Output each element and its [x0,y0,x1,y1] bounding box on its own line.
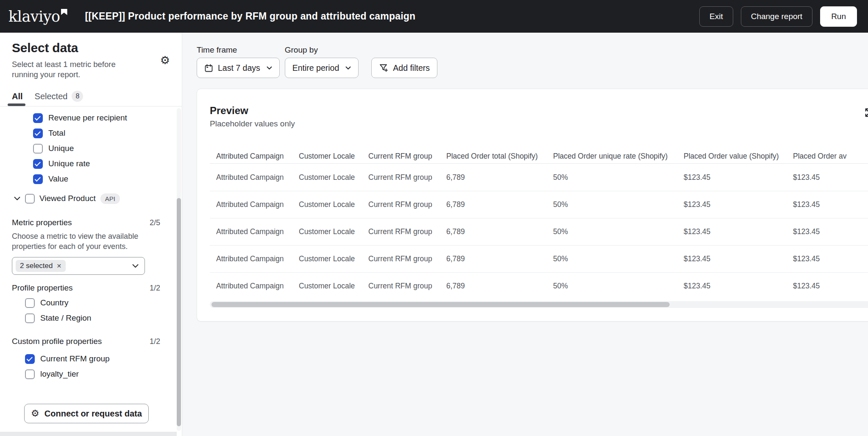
run-button[interactable]: Run [820,6,857,27]
custom-profile-properties-count: 1/2 [150,337,160,346]
table-cell: Customer Locale [299,227,368,236]
table-cell: Current RFM group [368,173,446,182]
checkbox-label: Value [48,174,68,184]
table-cell: Attributed Campaign [216,254,299,263]
checkbox-label: loyalty_tier [40,369,79,379]
checkbox-item-state-region[interactable]: State / Region [12,310,182,326]
table-cell: 50% [553,227,684,236]
group-by-dropdown[interactable]: Entire period [285,58,359,78]
connect-button-label: Connect or request data [45,409,142,419]
table-scrollbar-track[interactable] [210,301,868,308]
table-row: Attributed CampaignCustomer LocaleCurren… [210,164,868,191]
report-controls: Time frame Last 7 days Group by Entire p… [197,45,868,78]
table-cell: Attributed Campaign [216,282,299,291]
sidebar-scrollbar-thumb[interactable] [177,198,181,426]
calendar-icon [204,64,213,73]
table-cell: 6,789 [446,282,553,291]
table-cell: Current RFM group [368,227,446,236]
group-by-label: Group by [285,45,359,56]
custom-profile-properties-label: Custom profile properties [12,337,102,346]
table-scrollbar-thumb[interactable] [211,302,670,307]
checkbox[interactable] [25,313,35,323]
table-row: Attributed CampaignCustomer LocaleCurren… [210,272,868,299]
sidebar-title: Select data [12,39,78,56]
checkbox-item-total[interactable]: Total [12,126,182,141]
checkbox[interactable] [25,298,35,308]
table-cell: Current RFM group [368,254,446,263]
viewed-product-label: Viewed Product [39,194,96,203]
sidebar-scrollbar-track[interactable] [177,108,181,431]
checkbox[interactable] [33,113,43,123]
report-content: Time frame Last 7 days Group by Entire p… [182,33,868,436]
checkbox[interactable] [33,174,43,184]
viewed-product-row[interactable]: Viewed Product API [12,190,182,207]
checkbox[interactable] [25,354,35,364]
checkbox[interactable] [33,144,43,154]
time-frame-value: Last 7 days [218,63,260,73]
table-cell: 50% [553,282,684,291]
column-header: Current RFM group [368,152,446,161]
sidebar-tabs: All Selected 8 [12,87,182,106]
column-header: Placed Order av [793,152,868,161]
checkbox[interactable] [33,159,43,169]
table-row: Attributed CampaignCustomer LocaleCurren… [210,218,868,245]
tab-selected-label: Selected [35,92,68,101]
checkbox-label: Unique rate [48,159,90,168]
table-cell: $123.45 [684,282,793,291]
table-cell: $123.45 [793,254,868,263]
selected-chip[interactable]: 2 selected ✕ [16,260,66,272]
table-cell: $123.45 [684,254,793,263]
preview-subtitle: Placeholder values only [210,119,295,129]
gear-icon: ⚙ [31,409,39,418]
exit-button[interactable]: Exit [699,6,733,27]
checkbox-item-revenue-per-recipient[interactable]: Revenue per recipient [12,110,182,126]
preview-title: Preview [210,104,295,117]
checkbox[interactable] [25,369,35,379]
custom-profile-properties-list: Current RFM grouployalty_tier [12,351,182,382]
checkbox-item-loyalty-tier[interactable]: loyalty_tier [12,366,182,382]
gear-icon[interactable]: ⚙ [160,55,170,66]
checkbox-item-unique[interactable]: Unique [12,141,182,156]
table-cell: $123.45 [793,227,868,236]
klaviyo-logo[interactable]: klaviyo [8,7,67,26]
metric-properties-count: 2/5 [150,218,160,227]
metric-properties-dropdown[interactable]: 2 selected ✕ [12,257,145,275]
chevron-down-icon[interactable] [14,196,20,201]
profile-properties-header: Profile properties 1/2 [12,283,160,293]
connect-or-request-data-button[interactable]: ⚙ Connect or request data [24,404,149,423]
checkbox-item-current-rfm-group[interactable]: Current RFM group [12,351,182,366]
expand-preview-button[interactable] [864,107,868,120]
checkbox-label: Country [40,298,69,307]
tab-selected[interactable]: Selected 8 [35,87,83,106]
change-report-button[interactable]: Change report [741,6,812,27]
expand-icon [864,107,868,118]
table-cell: $123.45 [684,173,793,182]
profile-properties-label: Profile properties [12,283,73,293]
table-cell: $123.45 [793,200,868,209]
time-frame-dropdown[interactable]: Last 7 days [197,58,280,78]
chip-close-icon[interactable]: ✕ [57,263,62,269]
checkbox-label: State / Region [40,313,91,323]
filter-plus-icon [379,63,388,73]
column-header: Customer Locale [299,152,368,161]
checkbox-item-value[interactable]: Value [12,171,182,187]
checkbox-label: Unique [48,144,74,153]
select-data-sidebar: Select data ⚙ Select at least 1 metric b… [0,33,182,436]
checkbox-item-country[interactable]: Country [12,295,182,310]
checkbox-label: Revenue per recipient [48,113,127,123]
sidebar-horizontal-scrollbar[interactable] [0,432,177,436]
column-header: Placed Order unique rate (Shopify) [553,152,684,161]
profile-properties-count: 1/2 [150,284,160,293]
add-filters-button[interactable]: Add filters [371,58,437,78]
column-header: Attributed Campaign [216,152,299,161]
tab-all-label: All [12,92,23,101]
viewed-product-checkbox[interactable] [25,194,35,204]
chevron-down-icon [345,66,351,70]
table-row: Attributed CampaignCustomer LocaleCurren… [210,191,868,218]
checkbox-item-unique-rate[interactable]: Unique rate [12,156,182,171]
tab-all[interactable]: All [12,87,23,106]
checkbox-label: Total [48,129,65,138]
metric-properties-description: Choose a metric to view the available pr… [12,231,148,252]
group-by-value: Entire period [292,63,339,73]
checkbox[interactable] [33,129,43,138]
